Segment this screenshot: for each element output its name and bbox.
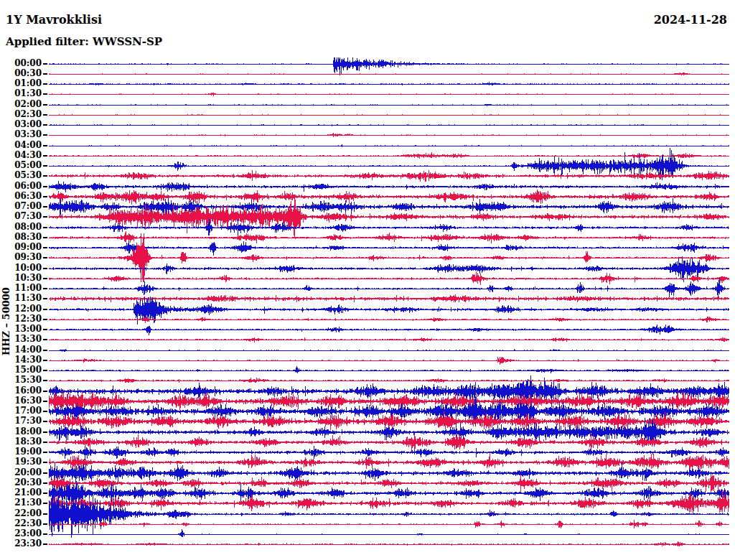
row-tick — [43, 175, 47, 177]
time-label: 12:30 — [0, 314, 42, 324]
time-label: 15:00 — [0, 365, 42, 375]
row-tick — [43, 155, 47, 157]
row-tick — [43, 401, 47, 402]
row-tick — [43, 206, 47, 207]
row-tick — [43, 93, 47, 95]
time-label: 11:00 — [0, 284, 42, 293]
time-label: 10:30 — [0, 274, 42, 283]
row-tick — [43, 339, 47, 340]
row-tick — [43, 124, 47, 126]
row-tick — [43, 319, 47, 320]
time-label: 08:00 — [0, 223, 42, 232]
row-tick — [43, 114, 47, 116]
time-label: 15:30 — [0, 375, 42, 385]
row-tick — [43, 278, 47, 279]
time-label: 13:00 — [0, 325, 42, 334]
time-label: 14:00 — [0, 345, 42, 355]
row-tick — [43, 350, 47, 351]
row-tick — [43, 503, 47, 504]
time-label: 04:30 — [0, 151, 42, 160]
time-label: 03:00 — [0, 120, 42, 129]
time-label: 09:30 — [0, 253, 42, 262]
time-label: 02:00 — [0, 100, 42, 109]
row-tick — [43, 104, 47, 106]
row-tick — [43, 227, 47, 228]
time-label: 09:00 — [0, 243, 42, 252]
date-label: 2024-11-28 — [654, 13, 727, 27]
time-label: 21:00 — [0, 488, 42, 498]
time-label: 20:30 — [0, 478, 42, 487]
row-tick — [43, 134, 47, 136]
time-label: 18:30 — [0, 437, 42, 447]
row-tick — [43, 513, 47, 515]
time-label: 14:30 — [0, 355, 42, 365]
row-tick — [43, 329, 47, 330]
row-tick — [43, 83, 47, 85]
row-tick — [43, 543, 47, 545]
time-label: 17:30 — [0, 416, 42, 426]
row-tick — [43, 370, 47, 371]
time-label: 06:00 — [0, 182, 42, 191]
row-tick — [43, 63, 47, 65]
row-tick — [43, 298, 47, 299]
row-tick — [43, 73, 47, 75]
row-tick — [43, 533, 47, 535]
row-tick — [43, 452, 47, 453]
time-label: 18:00 — [0, 427, 42, 437]
time-label: 17:00 — [0, 406, 42, 416]
time-label: 19:00 — [0, 447, 42, 457]
row-tick — [43, 237, 47, 238]
row-tick — [43, 196, 47, 197]
row-tick — [43, 145, 47, 146]
time-label: 22:30 — [0, 519, 42, 528]
time-label: 10:00 — [0, 263, 42, 273]
time-label: 00:30 — [0, 69, 42, 78]
row-tick — [43, 288, 47, 289]
time-label: 16:00 — [0, 386, 42, 396]
time-label: 01:30 — [0, 89, 42, 98]
row-tick — [43, 309, 47, 310]
time-label: 22:00 — [0, 509, 42, 518]
time-label: 16:30 — [0, 396, 42, 406]
row-tick — [43, 462, 47, 463]
row-tick — [43, 257, 47, 258]
filter-label: Applied filter: WWSSN-SP — [6, 35, 162, 48]
time-label: 05:30 — [0, 171, 42, 180]
time-label: 05:00 — [0, 161, 42, 170]
row-tick — [43, 165, 47, 167]
time-label: 00:00 — [0, 59, 42, 68]
time-label: 23:30 — [0, 539, 42, 549]
time-label: 03:30 — [0, 130, 42, 139]
station-title: 1Y Mavrokklisi — [6, 13, 102, 27]
helicorder-page: 1Y Mavrokklisi 2024-11-28 Applied filter… — [0, 0, 735, 560]
row-tick — [43, 442, 47, 443]
row-tick — [43, 472, 47, 474]
time-label: 02:30 — [0, 110, 42, 119]
time-label: 08:30 — [0, 233, 42, 242]
time-label: 11:30 — [0, 294, 42, 303]
time-label: 19:30 — [0, 457, 42, 467]
row-tick — [43, 391, 47, 392]
row-tick — [43, 360, 47, 361]
row-tick — [43, 493, 47, 494]
time-label: 06:30 — [0, 192, 42, 201]
row-tick — [43, 268, 47, 269]
time-label: 07:00 — [0, 202, 42, 211]
row-tick — [43, 216, 47, 218]
row-tick — [43, 380, 47, 381]
time-label: 23:00 — [0, 529, 42, 538]
row-tick — [43, 421, 47, 422]
helicorder-canvas — [49, 57, 729, 560]
row-tick — [43, 247, 47, 248]
time-label: 04:00 — [0, 141, 42, 150]
time-label: 07:30 — [0, 212, 42, 221]
row-tick — [43, 523, 47, 525]
row-tick — [43, 186, 47, 187]
row-tick — [43, 482, 47, 484]
time-label: 20:00 — [0, 468, 42, 477]
time-label: 21:30 — [0, 498, 42, 508]
time-label: 13:30 — [0, 335, 42, 344]
row-tick — [43, 431, 47, 433]
row-tick — [43, 411, 47, 412]
time-label: 12:00 — [0, 304, 42, 314]
